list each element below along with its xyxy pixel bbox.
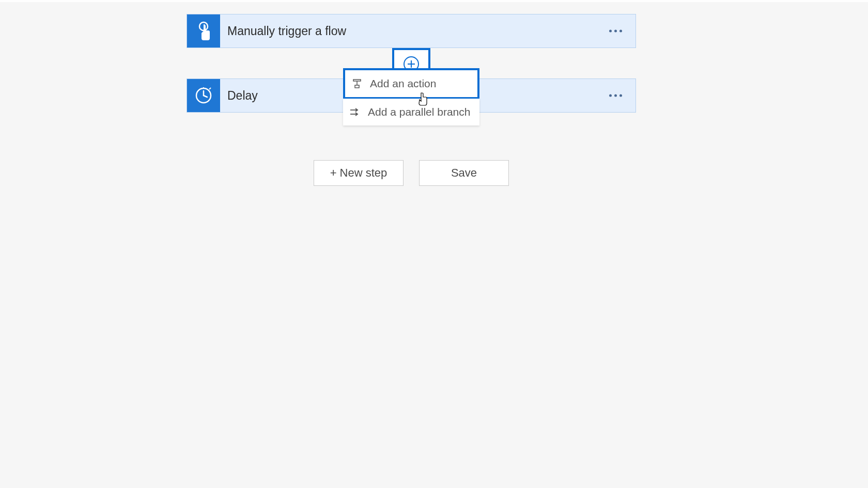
delay-more-menu[interactable]: [605, 90, 626, 101]
plus-icon: [407, 60, 415, 68]
parallel-branch-icon: [349, 106, 361, 118]
add-action-icon: [351, 78, 363, 89]
add-parallel-branch-label: Add a parallel branch: [368, 106, 470, 118]
insert-popup-menu: Add an action Add a parallel branch: [343, 68, 479, 125]
top-border: [0, 0, 868, 2]
trigger-more-menu[interactable]: [605, 26, 626, 37]
dot-icon: [619, 30, 622, 33]
delay-step-icon-box: [187, 79, 220, 112]
bottom-button-row: + New step Save: [314, 160, 509, 186]
trigger-step-title: Manually trigger a flow: [227, 24, 636, 38]
svg-line-10: [204, 96, 207, 97]
clock-icon: [194, 86, 213, 105]
svg-rect-5: [355, 85, 359, 88]
touch-icon: [194, 21, 213, 41]
svg-line-12: [209, 88, 211, 89]
add-action-label: Add an action: [370, 77, 436, 90]
add-action-menu-item[interactable]: Add an action: [343, 68, 479, 99]
connector-area: Add an action Add a parallel branch: [187, 48, 636, 78]
new-step-button[interactable]: + New step: [314, 160, 404, 186]
trigger-step-icon-box: [187, 14, 220, 48]
dot-icon: [609, 95, 612, 97]
dot-icon: [619, 95, 622, 97]
flow-canvas: Manually trigger a flow: [187, 14, 636, 113]
dot-icon: [614, 30, 617, 33]
dot-icon: [609, 30, 612, 33]
save-button[interactable]: Save: [419, 160, 509, 186]
svg-rect-3: [353, 80, 361, 81]
dot-icon: [614, 95, 617, 97]
add-parallel-branch-menu-item[interactable]: Add a parallel branch: [343, 99, 479, 125]
trigger-step-card[interactable]: Manually trigger a flow: [187, 14, 636, 48]
